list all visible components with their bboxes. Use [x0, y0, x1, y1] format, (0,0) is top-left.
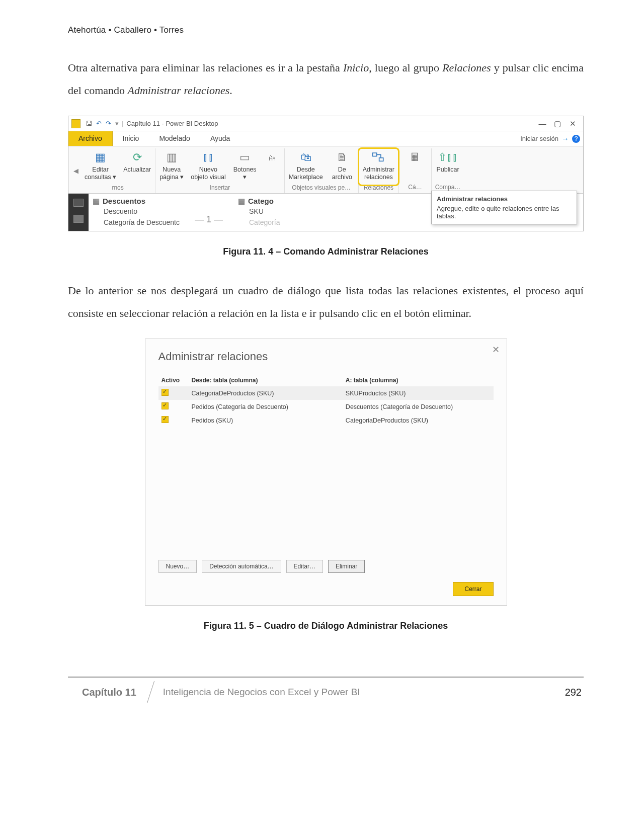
buttons-button[interactable]: ▭Botones ▾: [232, 148, 258, 183]
minimize-button[interactable]: —: [535, 119, 550, 128]
maximize-button[interactable]: ▢: [550, 119, 565, 128]
figure-11-5-caption: Figura 11. 5 – Cuadro de Diálogo Adminis…: [68, 621, 584, 631]
table-descuentos-name: Descuentos: [103, 197, 145, 205]
para1-italic-3: Administrar relaciones: [128, 84, 230, 97]
textbox-icon: 🗛: [264, 150, 280, 164]
group-share: ⇧⫿⫿Publicar Compa…: [432, 148, 464, 193]
calc-icon: 🖩: [407, 150, 423, 164]
table-categorias-name: Catego: [248, 197, 274, 205]
manage-relationships-dialog: ✕ Administrar relaciones Activo Desde: t…: [145, 339, 507, 606]
close-button[interactable]: ✕: [565, 119, 580, 128]
edit-button[interactable]: Editar…: [286, 560, 323, 573]
view-report-icon[interactable]: [73, 199, 84, 207]
svg-rect-1: [379, 158, 383, 161]
field-descuento[interactable]: Descuento: [104, 206, 180, 217]
from-file-label: De archivo: [332, 166, 352, 181]
active-checkbox[interactable]: [162, 402, 169, 409]
help-icon[interactable]: ?: [572, 135, 580, 143]
edit-queries-label: Editar consultas ▾: [85, 166, 116, 181]
dialog-title: Administrar relaciones: [158, 350, 494, 363]
edit-queries-button[interactable]: ▦ Editar consultas ▾: [84, 148, 117, 183]
refresh-button[interactable]: ⟳ Actualizar: [122, 148, 152, 176]
cell-to: SKUProductos (SKU): [343, 386, 494, 400]
group-insert: ▥Nueva página ▾ ⫿⫿Nuevo objeto visual ▭B…: [155, 148, 285, 193]
field-categoria[interactable]: Categoría: [249, 217, 280, 228]
from-file-button[interactable]: 🗎De archivo: [329, 148, 355, 183]
from-marketplace-label: Desde Marketplace: [289, 166, 323, 181]
col-from: Desde: tabla (columna): [189, 374, 343, 386]
new-page-button[interactable]: ▥Nueva página ▾: [158, 148, 185, 183]
table-descuentos[interactable]: ▦Descuentos Descuento Categoría de Descu…: [93, 197, 180, 228]
delete-button[interactable]: Eliminar: [328, 560, 365, 573]
sign-in-arrow-icon: →: [561, 134, 569, 143]
para1-text-b: , luego al grupo: [369, 61, 442, 74]
col-active: Activo: [158, 374, 189, 386]
tab-modelado[interactable]: Modelado: [149, 131, 200, 146]
redo-icon[interactable]: ↷: [106, 120, 111, 127]
para1-italic-2: Relaciones: [442, 61, 491, 74]
publish-label: Publicar: [436, 166, 459, 174]
manage-relationships-tooltip: Administrar relaciones Agregue, edite o …: [431, 191, 577, 224]
figure-11-4-caption: Figura 11. 4 – Comando Administrar Relac…: [68, 246, 584, 257]
table-row[interactable]: CategoriaDeProductos (SKU) SKUProductos …: [158, 386, 494, 400]
para1-italic-1: Inicio: [343, 61, 369, 74]
group-external-data: ▦ Editar consultas ▾ ⟳ Actualizar rnos: [80, 148, 155, 193]
edit-queries-icon: ▦: [93, 150, 109, 164]
body-paragraph-2: De lo anterior se nos desplegará un cuad…: [68, 279, 584, 324]
extra-textbox-button[interactable]: 🗛: [263, 148, 281, 168]
col-to: A: tabla (columna): [343, 374, 494, 386]
new-visual-button[interactable]: ⫿⫿Nuevo objeto visual: [190, 148, 227, 183]
window-titlebar: 🖫 ↶ ↷ ▾ | Capítulo 11 - Power BI Desktop…: [68, 116, 583, 131]
table-icon: ▦: [93, 197, 100, 205]
para1-text-d: .: [229, 84, 232, 97]
new-page-icon: ▥: [164, 150, 180, 164]
group-insert-label: Insertar: [158, 183, 281, 193]
autodetect-button[interactable]: Detección automática…: [202, 560, 281, 573]
view-model-icon[interactable]: [73, 215, 84, 223]
group-calculations-label: Cá…: [402, 183, 428, 193]
table-categorias[interactable]: ▦Catego SKU Categoría: [238, 197, 280, 228]
active-checkbox[interactable]: [162, 389, 169, 396]
cell-from: Pedidos (SKU): [189, 413, 343, 427]
qat-dropdown-icon[interactable]: ▾: [115, 120, 119, 127]
group-custom-visuals-label: Objetos visuales pe…: [288, 183, 355, 193]
close-dialog-button[interactable]: Cerrar: [453, 582, 493, 596]
powerbi-window: 🖫 ↶ ↷ ▾ | Capítulo 11 - Power BI Desktop…: [68, 116, 584, 231]
dialog-close-icon[interactable]: ✕: [492, 344, 500, 355]
tab-archivo[interactable]: Archivo: [68, 131, 113, 146]
undo-icon[interactable]: ↶: [96, 120, 102, 127]
from-marketplace-button[interactable]: 🛍Desde Marketplace: [288, 148, 324, 183]
footer-chapter: Capítulo 11: [68, 687, 150, 698]
group-calculations: 🖩 Cá…: [399, 148, 432, 193]
group-external-data-label: rnos: [84, 183, 152, 193]
manage-relationships-button[interactable]: Administrar relaciones: [362, 148, 395, 183]
group-custom-visuals: 🛍Desde Marketplace 🗎De archivo Objetos v…: [285, 148, 359, 193]
new-button[interactable]: Nuevo…: [158, 560, 197, 573]
sign-in-link[interactable]: Iniciar sesión: [520, 135, 558, 142]
calc-button[interactable]: 🖩: [402, 148, 428, 168]
ribbon-scroll-left-icon[interactable]: ◀: [71, 167, 80, 175]
new-visual-label: Nuevo objeto visual: [191, 166, 226, 181]
active-checkbox[interactable]: [162, 416, 169, 423]
table-icon: ▦: [238, 197, 245, 205]
group-relationships-label: Relaciones: [362, 183, 395, 193]
buttons-icon: ▭: [237, 150, 253, 164]
field-categoria-descuento[interactable]: Categoría de Descuentc: [104, 217, 180, 228]
tab-ayuda[interactable]: Ayuda: [200, 131, 240, 146]
publish-button[interactable]: ⇧⫿⫿Publicar: [435, 148, 461, 176]
body-paragraph-1: Otra alternativa para eliminar las relac…: [68, 56, 584, 102]
buttons-label: Botones ▾: [233, 166, 257, 181]
field-sku[interactable]: SKU: [249, 206, 280, 217]
from-file-icon: 🗎: [334, 150, 350, 164]
dialog-spacer: [158, 427, 494, 558]
tooltip-title: Administrar relaciones: [437, 195, 572, 203]
footer-title: Inteligencia de Negocios con Excel y Pow…: [163, 687, 565, 698]
dialog-footer: Cerrar: [158, 582, 494, 596]
tab-inicio[interactable]: Inicio: [113, 131, 149, 146]
marketplace-icon: 🛍: [298, 150, 314, 164]
save-icon[interactable]: 🖫: [86, 120, 92, 127]
table-row[interactable]: Pedidos (SKU) CategoriaDeProductos (SKU): [158, 413, 494, 427]
ribbon-tabs: Archivo Inicio Modelado Ayuda Iniciar se…: [68, 131, 583, 146]
table-row[interactable]: Pedidos (Categoría de Descuento) Descuen…: [158, 400, 494, 413]
svg-rect-0: [373, 153, 377, 156]
